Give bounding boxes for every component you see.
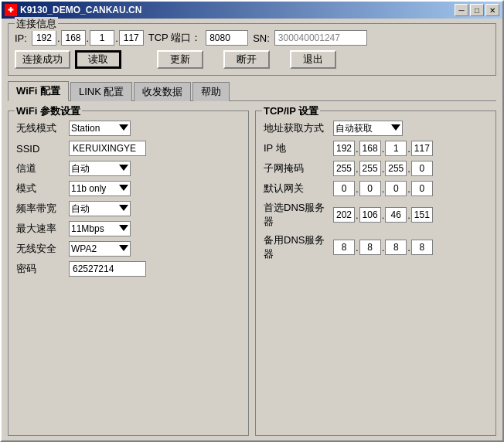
tabs-row: WiFi 配置 LINK 配置 收发数据 帮助 bbox=[8, 80, 496, 101]
connect-button[interactable]: 连接成功 bbox=[15, 50, 70, 69]
tcpip-ip1[interactable] bbox=[333, 141, 355, 156]
sn-input[interactable] bbox=[274, 30, 367, 46]
app-icon: ✚ bbox=[5, 4, 17, 16]
title-bar: ✚ K9130_DEMO_CANKAU.CN ─ □ ✕ bbox=[2, 2, 502, 19]
connection-group-label: 连接信息 bbox=[15, 17, 58, 31]
tcpip-dns2-label: 备用DNS服务器 bbox=[264, 233, 333, 261]
window-title: K9130_DEMO_CANKAU.CN bbox=[20, 5, 141, 15]
tcp-port-label: TCP 端口： bbox=[148, 31, 201, 45]
tcpip-dns1-3[interactable] bbox=[385, 207, 407, 223]
wifi-modetype-label: 模式 bbox=[16, 182, 69, 196]
main-window: ✚ K9130_DEMO_CANKAU.CN ─ □ ✕ 连接信息 IP: . … bbox=[0, 0, 504, 442]
tcpip-row-dns2: 备用DNS服务器 . . . bbox=[264, 233, 488, 261]
wifi-security-select[interactable]: WPA2 WPA WEP None bbox=[69, 241, 131, 257]
wifi-panel-title: WiFi 参数设置 bbox=[15, 104, 82, 118]
tcpip-ip2[interactable] bbox=[359, 141, 381, 156]
wifi-password-label: 密码 bbox=[16, 262, 69, 276]
tcpip-dns1-1[interactable] bbox=[333, 207, 355, 223]
wifi-row-bw: 频率带宽 自动 20MHz bbox=[16, 201, 240, 216]
tcpip-method-label: 地址获取方式 bbox=[264, 121, 333, 135]
tcpip-row-gw: 默认网关 . . . bbox=[264, 181, 488, 196]
tab-data[interactable]: 收发数据 bbox=[134, 82, 191, 101]
wifi-mode-label: 无线模式 bbox=[16, 121, 69, 135]
tcpip-dns2-3[interactable] bbox=[385, 240, 407, 255]
connection-group: 连接信息 IP: . . . TCP 端口： SN: 连接成功 bbox=[8, 23, 496, 76]
tcpip-ip4[interactable] bbox=[411, 141, 433, 156]
tab-link[interactable]: LINK 配置 bbox=[70, 82, 133, 101]
title-buttons: ─ □ ✕ bbox=[455, 4, 499, 16]
wifi-bw-select[interactable]: 自动 20MHz bbox=[69, 201, 131, 216]
wifi-password-input[interactable] bbox=[69, 261, 146, 277]
tcpip-gw-row: . . . bbox=[333, 181, 433, 196]
tcpip-dns2-2[interactable] bbox=[359, 240, 381, 255]
wifi-panel: WiFi 参数设置 无线模式 Station AP AP+Station SSI… bbox=[8, 110, 249, 436]
tcpip-dns2-1[interactable] bbox=[333, 240, 355, 255]
update-button[interactable]: 更新 bbox=[157, 50, 203, 69]
ip-label: IP: bbox=[15, 32, 27, 44]
maximize-button[interactable]: □ bbox=[470, 4, 484, 16]
tcpip-dns1-4[interactable] bbox=[411, 207, 433, 223]
wifi-channel-select[interactable]: 自动 1 bbox=[69, 161, 131, 176]
wifi-ssid-input[interactable] bbox=[69, 141, 146, 156]
tcpip-gw1[interactable] bbox=[333, 181, 355, 196]
ip-field: . . . bbox=[32, 30, 144, 46]
minimize-button[interactable]: ─ bbox=[455, 4, 468, 16]
wifi-modetype-select[interactable]: 11b only 11g only bbox=[69, 181, 131, 196]
tcpip-gw-label: 默认网关 bbox=[264, 182, 333, 196]
wifi-row-password: 密码 bbox=[16, 261, 240, 277]
wifi-ssid-label: SSID bbox=[16, 143, 69, 155]
tcpip-row-dns1: 首选DNS服务器 . . . bbox=[264, 201, 488, 229]
tcpip-panel: TCP/IP 设置 地址获取方式 自动获取 手动设置 IP 地 . . bbox=[255, 110, 496, 436]
wifi-security-label: 无线安全 bbox=[16, 242, 69, 256]
ip-seg3[interactable] bbox=[90, 30, 114, 46]
window-content: 连接信息 IP: . . . TCP 端口： SN: 连接成功 bbox=[2, 19, 502, 440]
tcpip-dns1-row: . . . bbox=[333, 207, 433, 223]
tcpip-ip3[interactable] bbox=[385, 141, 407, 156]
tcpip-gw2[interactable] bbox=[359, 181, 381, 196]
tab-wifi[interactable]: WiFi 配置 bbox=[8, 81, 69, 101]
tcpip-row-mask: 子网掩码 . . . bbox=[264, 161, 488, 176]
sn-label: SN: bbox=[253, 32, 270, 44]
connection-info-row1: IP: . . . TCP 端口： SN: bbox=[15, 27, 489, 46]
tcpip-ip-label: IP 地 bbox=[264, 141, 333, 155]
tcpip-method-select[interactable]: 自动获取 手动设置 bbox=[333, 121, 403, 136]
tcpip-dns2-4[interactable] bbox=[411, 240, 433, 255]
tab-help[interactable]: 帮助 bbox=[192, 82, 230, 101]
wifi-mode-select[interactable]: Station AP AP+Station bbox=[69, 121, 131, 136]
tcpip-mask2[interactable] bbox=[359, 161, 381, 176]
ip-dot1: . bbox=[57, 32, 60, 44]
tcpip-dns1-2[interactable] bbox=[359, 207, 381, 223]
wifi-row-mode: 无线模式 Station AP AP+Station bbox=[16, 121, 240, 136]
tcpip-mask3[interactable] bbox=[385, 161, 407, 176]
ip-seg2[interactable] bbox=[61, 30, 86, 46]
read-button[interactable]: 读取 bbox=[75, 50, 121, 69]
tab-content: WiFi 参数设置 无线模式 Station AP AP+Station SSI… bbox=[8, 106, 496, 436]
ip-seg1[interactable] bbox=[32, 30, 56, 46]
tcp-port-input[interactable] bbox=[206, 30, 248, 46]
tcpip-mask4[interactable] bbox=[411, 161, 433, 176]
wifi-maxrate-label: 最大速率 bbox=[16, 222, 69, 236]
tcpip-row-ip: IP 地 . . . bbox=[264, 141, 488, 156]
tcpip-gw3[interactable] bbox=[385, 181, 407, 196]
exit-button[interactable]: 退出 bbox=[290, 50, 336, 69]
ip-dot3: . bbox=[115, 32, 118, 44]
tcpip-mask-row: . . . bbox=[333, 161, 433, 176]
wifi-row-modesel: 模式 11b only 11g only bbox=[16, 181, 240, 196]
btn-row: 连接成功 读取 更新 断开 退出 bbox=[15, 50, 489, 69]
tcpip-row-method: 地址获取方式 自动获取 手动设置 bbox=[264, 121, 488, 136]
tcpip-mask1[interactable] bbox=[333, 161, 355, 176]
wifi-maxrate-select[interactable]: 11Mbps 54Mbps bbox=[69, 221, 131, 236]
close-button[interactable]: ✕ bbox=[485, 4, 499, 16]
wifi-bw-label: 频率带宽 bbox=[16, 202, 69, 216]
ip-seg4[interactable] bbox=[119, 30, 144, 46]
disconnect-button[interactable]: 断开 bbox=[223, 50, 270, 69]
tcpip-dns1-label: 首选DNS服务器 bbox=[264, 201, 333, 229]
wifi-row-channel: 信道 自动 1 bbox=[16, 161, 240, 176]
wifi-channel-label: 信道 bbox=[16, 162, 69, 175]
tcpip-mask-label: 子网掩码 bbox=[264, 162, 333, 175]
tcpip-gw4[interactable] bbox=[411, 181, 433, 196]
tcpip-dns2-row: . . . bbox=[333, 240, 433, 255]
wifi-row-ssid: SSID bbox=[16, 141, 240, 156]
tcpip-ip-row: . . . bbox=[333, 141, 433, 156]
wifi-row-maxrate: 最大速率 11Mbps 54Mbps bbox=[16, 221, 240, 236]
